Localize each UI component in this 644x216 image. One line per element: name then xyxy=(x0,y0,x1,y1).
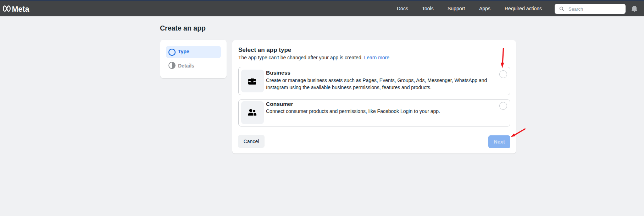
svg-text:Meta: Meta xyxy=(12,5,30,13)
